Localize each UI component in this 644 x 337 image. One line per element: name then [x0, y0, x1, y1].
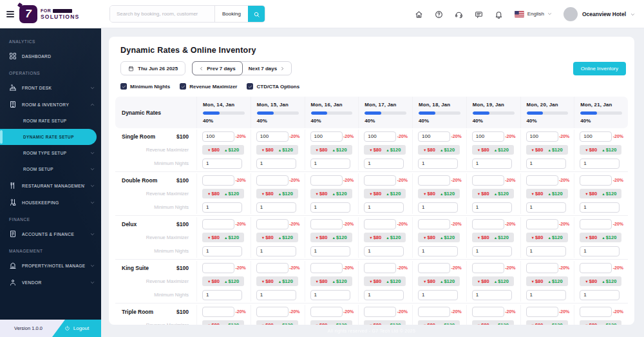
rate-input[interactable] — [526, 263, 558, 273]
minimum-nights-input[interactable] — [256, 202, 296, 213]
messages-icon[interactable] — [475, 10, 483, 18]
revenue-maximizer-pill[interactable]: ▼$80▲$120 — [526, 189, 568, 198]
rate-input[interactable] — [256, 131, 289, 142]
rate-input[interactable] — [472, 263, 504, 273]
rate-input[interactable] — [418, 263, 450, 273]
minimum-nights-input[interactable] — [310, 246, 350, 256]
rate-input[interactable] — [202, 307, 234, 317]
account-menu[interactable]: Oceanview Hotel — [564, 7, 635, 21]
rate-input[interactable] — [256, 307, 289, 317]
rate-input[interactable] — [310, 307, 343, 317]
minimum-nights-input[interactable] — [202, 159, 242, 169]
revenue-maximizer-pill[interactable]: ▼$80▲$120 — [418, 276, 460, 286]
rate-input[interactable] — [364, 263, 396, 273]
revenue-maximizer-pill[interactable]: ▼$80▲$120 — [310, 145, 352, 155]
revenue-maximizer-pill[interactable]: ▼$80▲$120 — [418, 233, 460, 242]
revenue-maximizer-pill[interactable]: ▼$80▲$120 — [310, 189, 352, 198]
rate-input[interactable] — [364, 307, 396, 317]
revenue-maximizer-pill[interactable]: ▼$80▲$120 — [526, 320, 568, 325]
minimum-nights-input[interactable] — [364, 159, 404, 169]
revenue-maximizer-pill[interactable]: ▼$80▲$120 — [202, 189, 244, 198]
help-icon[interactable] — [435, 10, 443, 18]
date-picker-button[interactable]: Thu Jun 26 2025 — [120, 61, 185, 75]
revenue-maximizer-pill[interactable]: ▼$80▲$120 — [580, 276, 621, 286]
search-button[interactable] — [248, 6, 265, 22]
minimum-nights-input[interactable] — [472, 246, 512, 256]
minimum-nights-input[interactable] — [418, 246, 458, 256]
minimum-nights-input[interactable] — [526, 202, 566, 213]
prev-7-days-button[interactable]: Prev 7 days — [192, 61, 242, 75]
rate-input[interactable] — [526, 307, 558, 317]
sidebar-subitem-room-setup[interactable]: ROOM SETUP — [0, 161, 101, 177]
revenue-maximizer-pill[interactable]: ▼$80▲$120 — [202, 320, 244, 325]
rate-input[interactable] — [202, 131, 234, 142]
revenue-maximizer-pill[interactable]: ▼$80▲$120 — [364, 320, 406, 325]
rate-input[interactable] — [472, 131, 504, 142]
revenue-maximizer-pill[interactable]: ▼$80▲$120 — [310, 233, 352, 242]
rate-input[interactable] — [526, 219, 558, 229]
rate-input[interactable] — [310, 263, 343, 273]
search-input[interactable] — [110, 6, 214, 22]
revenue-maximizer-pill[interactable]: ▼$80▲$120 — [202, 276, 244, 286]
rate-input[interactable] — [526, 131, 558, 142]
language-selector[interactable]: English — [515, 11, 552, 17]
rate-input[interactable] — [580, 131, 612, 142]
minimum-nights-input[interactable] — [310, 159, 350, 169]
rate-input[interactable] — [256, 263, 289, 273]
home-icon[interactable] — [415, 10, 423, 18]
revenue-maximizer-pill[interactable]: ▼$80▲$120 — [526, 233, 568, 242]
revenue-maximizer-pill[interactable]: ▼$80▲$120 — [418, 145, 460, 155]
sidebar-item-vendor[interactable]: VENDOR — [0, 274, 101, 291]
revenue-maximizer-pill[interactable]: ▼$80▲$120 — [526, 276, 568, 286]
revenue-maximizer-pill[interactable]: ▼$80▲$120 — [418, 320, 460, 325]
sidebar-subitem-dynamic-rate-setup[interactable]: DYNAMIC RATE SETUP — [0, 129, 97, 145]
minimum-nights-input[interactable] — [580, 290, 620, 300]
minimum-nights-input[interactable] — [526, 290, 566, 300]
sidebar-item-housekeeping[interactable]: HOUSEKEEPING — [0, 194, 101, 211]
filter-ctd-cta-options[interactable]: CTD/CTA Options — [247, 83, 299, 90]
rate-input[interactable] — [256, 219, 289, 229]
minimum-nights-input[interactable] — [202, 246, 242, 256]
revenue-maximizer-pill[interactable]: ▼$80▲$120 — [310, 320, 352, 325]
rate-input[interactable] — [202, 175, 234, 186]
revenue-maximizer-pill[interactable]: ▼$80▲$120 — [256, 320, 298, 325]
rate-input[interactable] — [364, 219, 396, 229]
rate-input[interactable] — [580, 263, 612, 273]
rate-input[interactable] — [256, 175, 289, 186]
filter-revenue-maximizer[interactable]: Revenue Maximizer — [180, 83, 237, 90]
minimum-nights-input[interactable] — [472, 290, 512, 300]
rate-input[interactable] — [418, 175, 450, 186]
revenue-maximizer-pill[interactable]: ▼$80▲$120 — [472, 145, 514, 155]
rate-input[interactable] — [580, 175, 612, 186]
revenue-maximizer-pill[interactable]: ▼$80▲$120 — [580, 189, 621, 198]
sidebar-item-front-desk[interactable]: FRONT DESK — [0, 79, 101, 96]
revenue-maximizer-pill[interactable]: ▼$80▲$120 — [256, 189, 298, 198]
online-inventory-button[interactable]: Online Inventory — [573, 62, 626, 75]
checkbox-checked-icon[interactable] — [180, 83, 186, 90]
hamburger-menu-icon[interactable] — [6, 11, 14, 17]
logo[interactable]: 7 FOR SOLUTIONS — [19, 5, 79, 23]
rate-input[interactable] — [202, 219, 234, 229]
minimum-nights-input[interactable] — [472, 159, 512, 169]
minimum-nights-input[interactable] — [310, 202, 350, 213]
rate-input[interactable] — [418, 219, 450, 229]
revenue-maximizer-pill[interactable]: ▼$80▲$120 — [472, 233, 514, 242]
rate-input[interactable] — [310, 131, 343, 142]
revenue-maximizer-pill[interactable]: ▼$80▲$120 — [472, 189, 514, 198]
revenue-maximizer-pill[interactable]: ▼$80▲$120 — [580, 145, 621, 155]
minimum-nights-input[interactable] — [364, 290, 404, 300]
minimum-nights-input[interactable] — [364, 246, 404, 256]
checkbox-checked-icon[interactable] — [120, 83, 127, 90]
minimum-nights-input[interactable] — [364, 202, 404, 213]
minimum-nights-input[interactable] — [580, 159, 620, 169]
rate-input[interactable] — [580, 307, 612, 317]
rate-input[interactable] — [364, 131, 396, 142]
revenue-maximizer-pill[interactable]: ▼$80▲$120 — [256, 145, 298, 155]
revenue-maximizer-pill[interactable]: ▼$80▲$120 — [364, 189, 406, 198]
notifications-bell-icon[interactable] — [495, 10, 503, 18]
sidebar-item-restaurant-management[interactable]: RESTAURANT MANAGEMENT — [0, 177, 101, 194]
sidebar-item-property-hotel-management[interactable]: PROPERTY/HOTEL MANAGEMENT — [0, 257, 101, 274]
minimum-nights-input[interactable] — [580, 202, 620, 213]
rate-input[interactable] — [472, 175, 504, 186]
rate-input[interactable] — [310, 175, 343, 186]
